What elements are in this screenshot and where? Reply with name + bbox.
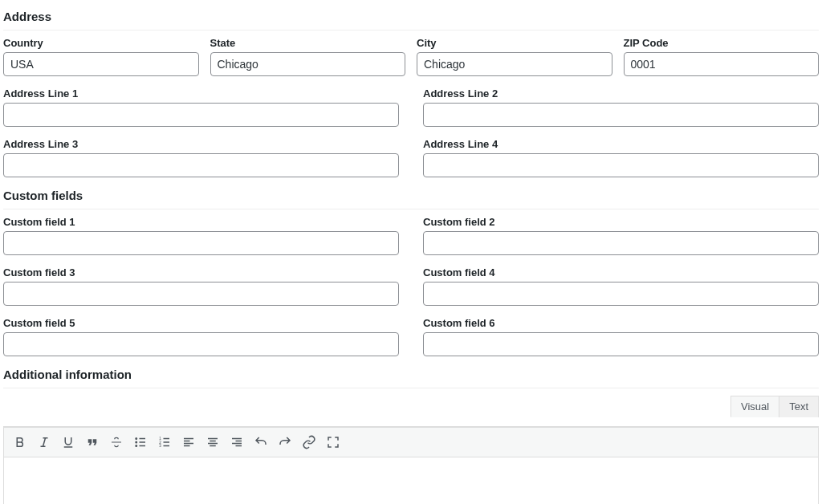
editor-content-area[interactable] [4, 457, 818, 504]
editor-toolbar: 123 [4, 427, 818, 457]
address-line4-label: Address Line 4 [423, 138, 819, 150]
country-input[interactable] [3, 52, 199, 76]
address-line3-label: Address Line 3 [3, 138, 399, 150]
svg-point-1 [136, 441, 137, 443]
fullscreen-button[interactable] [322, 431, 344, 453]
custom-field-2-label: Custom field 2 [423, 216, 819, 228]
numbered-list-icon: 123 [157, 435, 172, 449]
custom-field-3-label: Custom field 3 [3, 266, 399, 278]
address-line1-input[interactable] [3, 103, 399, 127]
redo-icon [278, 435, 292, 449]
custom-field-4-label: Custom field 4 [423, 266, 819, 278]
svg-point-2 [136, 445, 137, 447]
bullet-list-icon [133, 435, 148, 449]
custom-field-4-input[interactable] [423, 282, 819, 306]
undo-button[interactable] [250, 431, 272, 453]
align-right-button[interactable] [226, 431, 248, 453]
custom-field-1-input[interactable] [3, 231, 399, 255]
custom-field-6-input[interactable] [423, 332, 819, 356]
strikethrough-button[interactable] [105, 431, 128, 453]
custom-fields-section-title: Custom fields [3, 189, 819, 209]
align-left-icon [181, 435, 196, 449]
strikethrough-icon [109, 435, 124, 449]
blockquote-button[interactable] [81, 431, 104, 453]
additional-info-section-title: Additional information [3, 368, 819, 388]
ordered-list-button[interactable]: 123 [153, 431, 176, 453]
country-label: Country [3, 37, 199, 49]
align-left-button[interactable] [177, 431, 200, 453]
state-input[interactable] [210, 52, 406, 76]
quote-icon [85, 435, 100, 449]
address-line3-input[interactable] [3, 153, 399, 177]
underline-icon [61, 435, 75, 449]
italic-button[interactable] [33, 431, 55, 453]
align-center-button[interactable] [201, 431, 224, 453]
align-center-icon [206, 435, 220, 449]
address-section-title: Address [3, 10, 819, 30]
custom-field-3-input[interactable] [3, 282, 399, 306]
link-button[interactable] [298, 431, 320, 453]
editor-tab-text[interactable]: Text [779, 396, 819, 417]
custom-field-1-label: Custom field 1 [3, 216, 399, 228]
svg-text:3: 3 [159, 444, 161, 448]
state-label: State [210, 37, 406, 49]
align-right-icon [230, 435, 244, 449]
custom-field-6-label: Custom field 6 [423, 317, 819, 329]
bold-button[interactable] [9, 431, 31, 453]
custom-field-5-input[interactable] [3, 332, 399, 356]
underline-button[interactable] [57, 431, 79, 453]
bold-icon [13, 435, 27, 449]
svg-point-0 [136, 438, 137, 440]
city-input[interactable] [417, 52, 612, 76]
fullscreen-icon [326, 435, 340, 449]
editor-tab-visual[interactable]: Visual [730, 396, 779, 417]
address-line4-input[interactable] [423, 153, 819, 177]
custom-field-5-label: Custom field 5 [3, 317, 399, 329]
address-line1-label: Address Line 1 [3, 87, 399, 100]
address-line2-input[interactable] [423, 103, 819, 127]
custom-field-2-input[interactable] [423, 231, 819, 255]
redo-button[interactable] [274, 431, 296, 453]
address-line2-label: Address Line 2 [423, 87, 819, 100]
link-icon [302, 435, 316, 449]
italic-icon [37, 435, 51, 449]
zip-label: ZIP Code [624, 37, 820, 49]
unordered-list-button[interactable] [129, 431, 152, 453]
undo-icon [254, 435, 268, 449]
zip-input[interactable] [624, 52, 820, 76]
city-label: City [417, 37, 612, 49]
